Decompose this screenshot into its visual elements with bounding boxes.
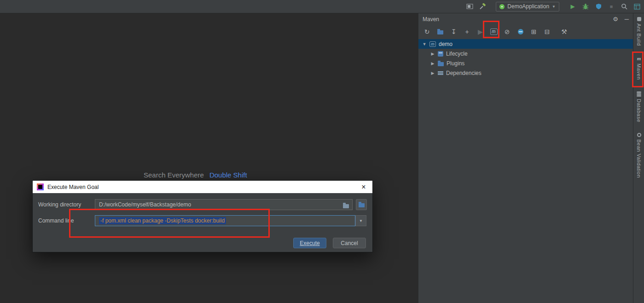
command-line-value: -f pom.xml clean package -DskipTests doc… — [99, 217, 226, 224]
close-button[interactable]: × — [359, 183, 368, 191]
run-config-select[interactable]: DemoApplication ▼ — [496, 2, 559, 11]
collapse-all-icon[interactable]: ⊟ — [543, 28, 551, 36]
run-button[interactable]: ▶ — [569, 2, 577, 11]
gear-icon[interactable]: ⚙ — [613, 16, 618, 23]
collapse-arrow-icon[interactable]: ▶ — [430, 71, 435, 75]
tree-item-lifecycle[interactable]: ▶ Lifecycle — [418, 49, 633, 58]
cancel-button-label: Cancel — [341, 240, 358, 246]
working-directory-field[interactable]: D:/workCode/myself/Backstage/demo — [95, 199, 353, 210]
command-line-input[interactable]: -f pom.xml clean package -DskipTests doc… — [95, 215, 355, 226]
tree-item-label: Dependencies — [446, 70, 482, 76]
working-directory-value: D:/workCode/myself/Backstage/demo — [99, 201, 191, 208]
stop-button[interactable]: ■ — [607, 2, 615, 11]
stripe-tab-label: Ant Build — [636, 23, 642, 46]
stripe-tab-database[interactable]: Database — [633, 91, 644, 122]
maven-settings-wrench-icon[interactable]: ⚒ — [560, 28, 569, 36]
maven-tool-window: Maven ⚙ ─ ↻ ↧ + ▶ m ⊘ ⊞ ⊟ ⚒ ▼ m demo ▶ L… — [418, 13, 633, 303]
maven-tree: ▼ m demo ▶ Lifecycle ▶ Plugins ▶ Depende… — [418, 39, 633, 78]
expand-arrow-icon[interactable]: ▼ — [422, 42, 427, 46]
working-directory-label: Working directory — [38, 199, 81, 210]
browse-directory-button[interactable] — [356, 199, 367, 210]
download-sources-icon[interactable]: ↧ — [449, 28, 458, 36]
command-line-dropdown-button[interactable]: ▼ — [355, 215, 366, 226]
maven-panel-header: Maven ⚙ ─ — [418, 13, 633, 25]
build-hammer-icon[interactable] — [478, 2, 487, 11]
execute-button-label: Execute — [300, 240, 319, 246]
stripe-tab-label: Database — [636, 99, 642, 122]
intellij-logo-icon — [37, 183, 44, 190]
editor-area: Search EverywhereDouble Shift Go to File… — [0, 13, 418, 303]
chevron-down-icon: ▼ — [552, 5, 556, 9]
refresh-icon[interactable]: ↻ — [423, 28, 431, 36]
tree-item-dependencies[interactable]: ▶ Dependencies — [418, 68, 633, 78]
chevron-down-icon: ▼ — [359, 219, 363, 223]
restore-windows-icon[interactable] — [465, 2, 474, 11]
skip-tests-icon[interactable]: ⊘ — [503, 28, 511, 36]
stripe-tab-bean-validation[interactable]: Bean Validation — [633, 133, 644, 178]
dialog-titlebar[interactable]: Execute Maven Goal × — [33, 181, 372, 193]
plugins-folder-icon — [438, 62, 444, 66]
hint-shortcut: Double Shift — [209, 171, 247, 179]
lifecycle-icon — [438, 51, 443, 57]
run-config-label: DemoApplication — [507, 3, 549, 10]
maven-toolbar: ↻ ↧ + ▶ m ⊘ ⊞ ⊟ ⚒ — [418, 25, 633, 39]
minimize-icon[interactable]: ─ — [625, 16, 629, 23]
search-everywhere-button[interactable] — [620, 2, 628, 11]
tree-item-label: Plugins — [447, 60, 464, 67]
execute-button[interactable]: Execute — [293, 238, 326, 248]
run-build-icon[interactable]: ▶ — [476, 28, 485, 36]
hint-search-everywhere: Search EverywhereDouble Shift — [144, 171, 247, 179]
stripe-tab-ant-build[interactable]: Ant Build — [633, 17, 644, 46]
top-toolbar: DemoApplication ▼ ▶ ■ — [0, 0, 644, 13]
execute-maven-goal-dialog: Execute Maven Goal × Working directory D… — [32, 180, 373, 252]
dependencies-icon — [438, 70, 443, 76]
expand-all-icon[interactable]: ⊞ — [529, 28, 538, 36]
stripe-tab-label: Bean Validation — [636, 139, 642, 178]
stripe-tab-label: Maven — [636, 63, 642, 80]
dialog-body: Working directory D:/workCode/myself/Bac… — [33, 193, 372, 252]
bean-validation-icon — [637, 133, 641, 137]
tree-item-demo[interactable]: ▼ m demo — [418, 39, 633, 49]
offline-mode-icon[interactable] — [516, 28, 525, 36]
globe-icon — [518, 29, 523, 34]
tool-window-layout-icon[interactable] — [633, 2, 641, 11]
folder-icon — [359, 203, 365, 207]
maven-m-icon: m — [490, 29, 498, 35]
debug-button[interactable] — [581, 2, 590, 11]
hint-label: Search Everywhere — [144, 171, 204, 179]
execute-goal-icon[interactable]: m — [489, 28, 498, 36]
ant-build-icon — [637, 17, 641, 21]
tree-item-label: demo — [439, 41, 453, 47]
command-line-label: Command line — [38, 215, 74, 226]
folder-icon[interactable] — [343, 204, 349, 208]
tree-item-label: Lifecycle — [446, 51, 468, 57]
tool-window-stripe: Ant Build m Maven Database Bean Validati… — [633, 13, 644, 303]
cancel-button[interactable]: Cancel — [333, 238, 366, 248]
maven-project-icon: m — [429, 41, 436, 47]
panel-title: Maven — [423, 16, 439, 23]
stripe-tab-maven[interactable]: m Maven — [633, 56, 644, 80]
maven-m-icon: m — [637, 56, 641, 61]
dialog-title: Execute Maven Goal — [47, 184, 99, 190]
run-with-coverage-button[interactable] — [594, 2, 603, 11]
add-maven-project-icon[interactable]: + — [463, 28, 471, 36]
tree-item-plugins[interactable]: ▶ Plugins — [418, 58, 633, 68]
database-icon — [637, 91, 641, 97]
collapse-arrow-icon[interactable]: ▶ — [430, 61, 435, 66]
collapse-arrow-icon[interactable]: ▶ — [430, 51, 435, 56]
folder-icon — [437, 30, 443, 34]
spring-boot-app-icon — [499, 4, 505, 9]
generate-sources-icon[interactable] — [436, 28, 445, 36]
